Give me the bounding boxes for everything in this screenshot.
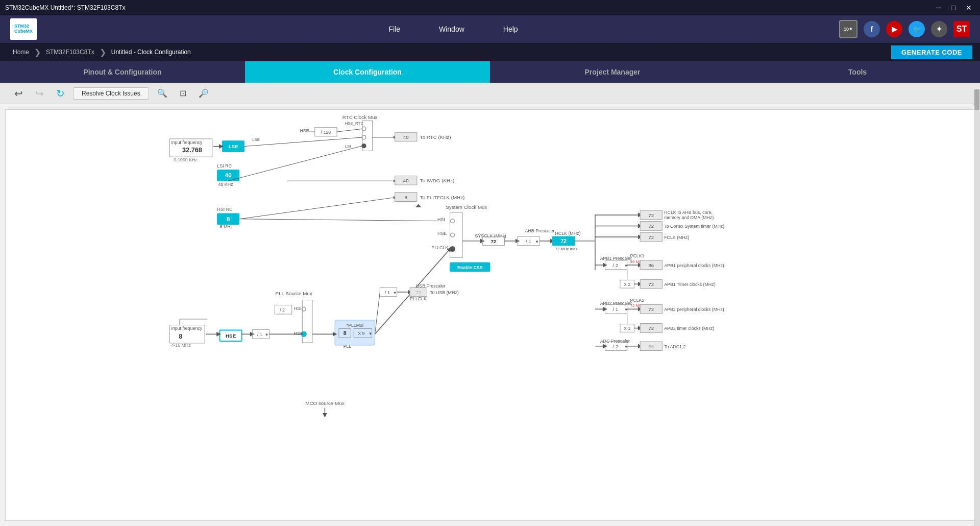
svg-text:X 2: X 2 bbox=[624, 282, 630, 287]
title-area: STM32CubeMX Untitled*: STM32F103C8Tx bbox=[5, 4, 125, 11]
svg-text:40: 40 bbox=[225, 172, 232, 178]
svg-text:HSE: HSE bbox=[226, 333, 236, 339]
svg-text:72: 72 bbox=[648, 325, 654, 331]
undo-button[interactable]: ↩ bbox=[10, 85, 27, 102]
menu-window[interactable]: Window bbox=[435, 23, 469, 35]
st-icon[interactable]: ST bbox=[953, 21, 970, 37]
svg-text:memory and DMA (MHz): memory and DMA (MHz) bbox=[664, 215, 714, 220]
twitter-icon[interactable]: 🐦 bbox=[909, 21, 925, 37]
svg-text:MCO source Mux: MCO source Mux bbox=[305, 400, 344, 406]
svg-text:Input frequency: Input frequency bbox=[171, 326, 202, 331]
svg-line-24 bbox=[228, 146, 362, 181]
toolbar: ↩ ↪ ↻ Resolve Clock Issues 🔍 ⊡ 🔍 bbox=[0, 83, 980, 104]
svg-text:8: 8 bbox=[179, 332, 182, 340]
svg-text:To FLITFCLK (MHz): To FLITFCLK (MHz) bbox=[420, 195, 465, 200]
svg-text:RTC Clock Mux: RTC Clock Mux bbox=[342, 114, 378, 120]
menubar: STM32 CubeMX File Window Help 10✦ f ▶ 🐦 … bbox=[0, 15, 980, 43]
youtube-icon[interactable]: ▶ bbox=[886, 21, 902, 37]
svg-text:HCLK (MHz): HCLK (MHz) bbox=[555, 231, 580, 236]
tab-tools[interactable]: Tools bbox=[735, 61, 980, 83]
breadcrumb-home[interactable]: Home bbox=[8, 46, 34, 58]
breadcrumb-page[interactable]: Untitled - Clock Configuration bbox=[106, 46, 196, 58]
facebook-icon[interactable]: f bbox=[864, 21, 880, 37]
scrollbar-thumb[interactable] bbox=[974, 89, 979, 110]
network-icon[interactable]: ✦ bbox=[931, 21, 947, 37]
svg-point-18 bbox=[362, 144, 366, 148]
menu-file[interactable]: File bbox=[384, 23, 404, 35]
svg-text:8 MHz: 8 MHz bbox=[220, 224, 233, 229]
svg-text:To RTC (KHz): To RTC (KHz) bbox=[420, 134, 451, 140]
logo: STM32 CubeMX bbox=[10, 18, 37, 40]
svg-text:LSE: LSE bbox=[228, 144, 238, 149]
svg-text:To USB (MHz): To USB (MHz) bbox=[430, 290, 458, 295]
svg-text:/ 128: / 128 bbox=[321, 130, 331, 135]
svg-text:X 1: X 1 bbox=[624, 326, 630, 331]
redo-button[interactable]: ↪ bbox=[31, 85, 48, 102]
breadcrumb-bar: Home ❯ STM32F103C8Tx ❯ Untitled - Clock … bbox=[0, 43, 980, 61]
svg-text:72: 72 bbox=[648, 212, 654, 218]
resolve-clock-button[interactable]: Resolve Clock Issues bbox=[73, 87, 149, 100]
svg-text:PLL Source Mux: PLL Source Mux bbox=[276, 291, 312, 296]
menu-help[interactable]: Help bbox=[499, 23, 522, 35]
tab-clock[interactable]: Clock Configuration bbox=[245, 61, 490, 83]
svg-text:72: 72 bbox=[648, 234, 654, 240]
svg-text:HSE: HSE bbox=[300, 128, 309, 133]
svg-text:APB1 peripheral clocks (MHz): APB1 peripheral clocks (MHz) bbox=[664, 263, 724, 268]
svg-text:HSI: HSI bbox=[294, 306, 302, 311]
svg-text:LSI RC: LSI RC bbox=[217, 163, 232, 169]
svg-line-38 bbox=[240, 198, 395, 219]
svg-text:APB2 peripheral clocks (MHz): APB2 peripheral clocks (MHz) bbox=[664, 307, 724, 312]
svg-text:8: 8 bbox=[405, 195, 408, 200]
maximize-button[interactable]: □ bbox=[948, 3, 959, 13]
logo-area: STM32 CubeMX bbox=[10, 18, 37, 40]
svg-text:▼: ▼ bbox=[624, 345, 628, 349]
svg-text:AHB Prescaler: AHB Prescaler bbox=[525, 228, 555, 233]
svg-text:Input frequency: Input frequency bbox=[171, 140, 202, 145]
close-button[interactable]: ✕ bbox=[963, 3, 975, 13]
breadcrumb-sep-2: ❯ bbox=[100, 47, 106, 57]
svg-text:32.768: 32.768 bbox=[182, 146, 202, 154]
svg-text:▼: ▼ bbox=[624, 264, 628, 268]
svg-line-161 bbox=[375, 293, 380, 334]
svg-text:▼: ▼ bbox=[265, 332, 269, 337]
breadcrumb-chip[interactable]: STM32F103C8Tx bbox=[41, 46, 100, 58]
svg-point-47 bbox=[451, 233, 455, 237]
svg-text:/ 2: / 2 bbox=[612, 262, 618, 268]
tab-pinout[interactable]: Pinout & Configuration bbox=[0, 61, 245, 83]
svg-text:*PLLMul: *PLLMul bbox=[347, 323, 363, 328]
vertical-scrollbar[interactable] bbox=[974, 89, 980, 526]
fit-button[interactable]: ⊡ bbox=[176, 86, 190, 100]
main-content: Input frequency 32.768 0-1000 KHz LSE LS… bbox=[0, 104, 980, 526]
refresh-button[interactable]: ↻ bbox=[52, 85, 69, 102]
svg-text:/ 2: / 2 bbox=[280, 307, 285, 313]
svg-text:36: 36 bbox=[648, 344, 654, 349]
svg-text:HSE_RTC: HSE_RTC bbox=[345, 121, 364, 126]
svg-text:Enable CSS: Enable CSS bbox=[457, 265, 483, 270]
svg-text:X 9: X 9 bbox=[358, 331, 364, 336]
svg-text:To ADC1,2: To ADC1,2 bbox=[664, 344, 685, 349]
svg-text:HCLK to AHB bus, core,: HCLK to AHB bus, core, bbox=[664, 210, 713, 215]
generate-code-button[interactable]: GENERATE CODE bbox=[891, 45, 972, 59]
svg-text:PLLCLK: PLLCLK bbox=[431, 245, 448, 250]
zoom-in-button[interactable]: 🔍 bbox=[153, 86, 172, 100]
svg-text:/ 1: / 1 bbox=[385, 290, 390, 295]
svg-text:40: 40 bbox=[403, 134, 409, 140]
svg-text:72: 72 bbox=[491, 238, 496, 244]
zoom-out-button[interactable]: 🔍 bbox=[194, 86, 213, 100]
minimize-button[interactable]: ─ bbox=[933, 3, 944, 13]
svg-text:40: 40 bbox=[403, 178, 409, 183]
clock-diagram: Input frequency 32.768 0-1000 KHz LSE LS… bbox=[5, 109, 975, 521]
window-controls: ─ □ ✕ bbox=[933, 3, 975, 13]
tab-project[interactable]: Project Manager bbox=[490, 61, 735, 83]
anniversary-icon: 10✦ bbox=[839, 20, 857, 38]
svg-text:40 KHz: 40 KHz bbox=[218, 182, 233, 187]
svg-point-49 bbox=[450, 247, 455, 252]
svg-text:System Clock Mux: System Clock Mux bbox=[446, 204, 487, 210]
breadcrumb-sep-1: ❯ bbox=[34, 47, 41, 57]
svg-line-159 bbox=[240, 219, 437, 221]
svg-text:72: 72 bbox=[415, 290, 421, 295]
svg-text:PCLK2: PCLK2 bbox=[630, 298, 645, 303]
svg-text:HSI: HSI bbox=[437, 217, 445, 222]
app-title: STM32CubeMX Untitled*: STM32F103C8Tx bbox=[5, 4, 125, 11]
svg-text:FCLK (MHz): FCLK (MHz) bbox=[664, 235, 689, 240]
